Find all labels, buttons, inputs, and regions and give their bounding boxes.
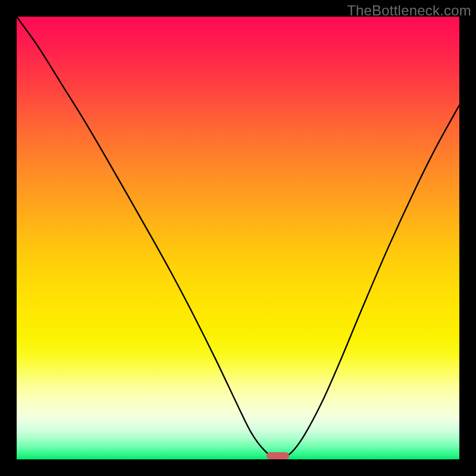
watermark-text: TheBottleneck.com bbox=[347, 2, 471, 19]
plot-area bbox=[17, 17, 459, 459]
bottleneck-curve bbox=[17, 17, 459, 459]
ideal-range-marker bbox=[267, 452, 289, 459]
chart-container: TheBottleneck.com bbox=[0, 0, 476, 476]
